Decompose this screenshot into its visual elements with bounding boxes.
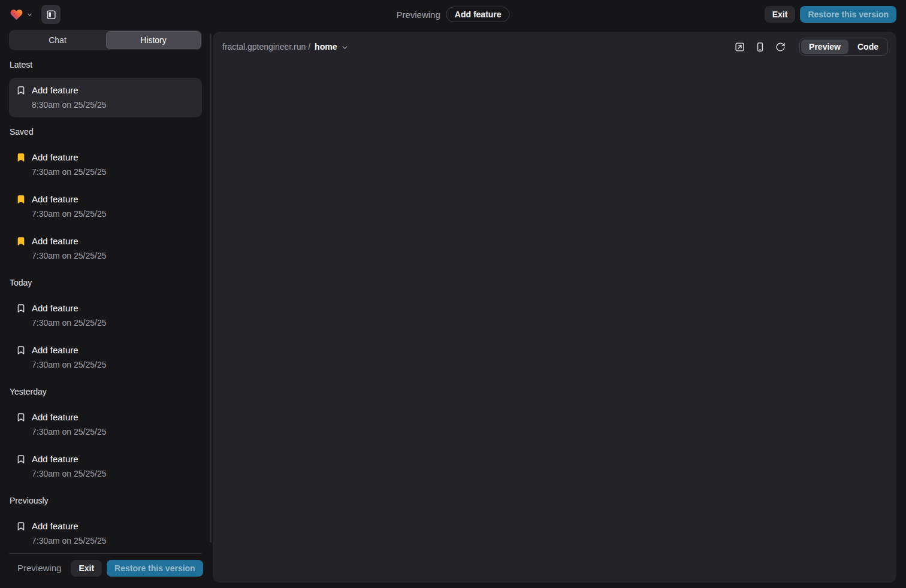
history-item-title: Add feature xyxy=(32,151,78,163)
history-section: Previously Add feature 7:30am on 25/25/2… xyxy=(9,496,202,553)
section-label: Saved xyxy=(10,127,201,137)
history-section: Today Add feature 7:30am on 25/25/25 Add… xyxy=(9,278,202,377)
mobile-preview-button[interactable] xyxy=(751,38,768,55)
history-item-time: 7:30am on 25/25/25 xyxy=(32,426,195,438)
preview-actions: Preview Code xyxy=(731,38,888,56)
section-items: Add feature 7:30am on 25/25/25 Add featu… xyxy=(9,296,202,377)
preview-panel-header: fractal.gptengineer.run / home xyxy=(213,32,896,58)
section-label: Today xyxy=(10,278,201,287)
restore-version-button[interactable]: Restore this version xyxy=(800,6,896,23)
bookmark-icon xyxy=(16,195,26,204)
view-tab-code[interactable]: Code xyxy=(850,40,886,54)
history-item-time: 7:30am on 25/25/25 xyxy=(32,359,195,371)
bookmark-icon xyxy=(16,153,26,162)
history-item-title: Add feature xyxy=(32,302,78,314)
section-label: Yesterday xyxy=(10,387,201,396)
section-label: Latest xyxy=(10,60,201,69)
view-tab-preview[interactable]: Preview xyxy=(801,40,848,54)
preview-panel: fractal.gptengineer.run / home xyxy=(213,32,896,583)
version-badge: Add feature xyxy=(446,7,510,22)
history-list[interactable]: Latest Add feature 8:30am on 25/25/25 Sa… xyxy=(9,50,202,553)
history-item-time: 7:30am on 25/25/25 xyxy=(32,208,195,220)
open-in-new-icon xyxy=(735,42,745,52)
sidebar-scrollbar[interactable] xyxy=(210,34,212,542)
history-section: Latest Add feature 8:30am on 25/25/25 xyxy=(9,60,202,117)
history-item-title: Add feature xyxy=(32,193,78,205)
section-items: Add feature 8:30am on 25/25/25 xyxy=(9,78,202,117)
mobile-preview-icon xyxy=(755,42,765,52)
url-prefix: fractal.gptengineer.run / xyxy=(222,42,310,51)
url-page: home xyxy=(315,42,337,51)
bookmark-icon xyxy=(16,413,26,422)
logo-group[interactable] xyxy=(10,8,33,21)
section-items: Add feature 7:30am on 25/25/25 Add featu… xyxy=(9,405,202,486)
preview-status-group: Previewing Add feature xyxy=(396,7,509,22)
previewing-status: Previewing xyxy=(17,563,61,573)
bookmark-icon xyxy=(16,237,26,246)
history-item-title: Add feature xyxy=(32,453,78,465)
section-label: Previously xyxy=(10,496,201,505)
history-item-time: 7:30am on 25/25/25 xyxy=(32,250,195,262)
sidebar-tabs: Chat History xyxy=(9,30,202,50)
history-item-time: 7:30am on 25/25/25 xyxy=(32,166,195,178)
history-sidebar: Chat History Latest Add feature 8:30am o… xyxy=(9,30,202,583)
history-item[interactable]: Add feature 7:30am on 25/25/25 xyxy=(9,405,202,444)
bookmark-icon xyxy=(16,454,26,464)
bookmark-icon xyxy=(16,522,26,531)
url-chevron-down-icon xyxy=(341,44,349,51)
section-items: Add feature 7:30am on 25/25/25 Add featu… xyxy=(9,145,202,268)
refresh-button[interactable] xyxy=(772,38,789,55)
top-header: Previewing Add feature Exit Restore this… xyxy=(0,0,906,29)
tab-history[interactable]: History xyxy=(106,31,201,49)
history-item[interactable]: Add feature 8:30am on 25/25/25 xyxy=(9,78,202,117)
view-toggle: Preview Code xyxy=(799,38,888,56)
bookmark-icon xyxy=(16,345,26,355)
sidebar-toggle-button[interactable] xyxy=(41,5,61,24)
section-items: Add feature 7:30am on 25/25/25 Add featu… xyxy=(9,514,202,553)
previewing-label: Previewing xyxy=(396,10,440,20)
sidebar-footer: Previewing Exit Restore this version xyxy=(9,553,202,583)
history-section: Yesterday Add feature 7:30am on 25/25/25… xyxy=(9,387,202,486)
history-item[interactable]: Add feature 7:30am on 25/25/25 xyxy=(9,514,202,553)
history-item-title: Add feature xyxy=(32,411,78,423)
history-item-time: 7:30am on 25/25/25 xyxy=(32,468,195,480)
history-section: Saved Add feature 7:30am on 25/25/25 Add… xyxy=(9,127,202,268)
history-item[interactable]: Add feature 7:30am on 25/25/25 xyxy=(9,187,202,226)
history-item-time: 7:30am on 25/25/25 xyxy=(32,317,195,329)
history-item-title: Add feature xyxy=(32,520,78,532)
footer-exit-button[interactable]: Exit xyxy=(71,560,102,577)
history-item[interactable]: Add feature 7:30am on 25/25/25 xyxy=(9,338,202,377)
history-item-time: 8:30am on 25/25/25 xyxy=(32,99,195,111)
history-item[interactable]: Add feature 7:30am on 25/25/25 xyxy=(9,145,202,184)
history-item[interactable]: Add feature 7:30am on 25/25/25 xyxy=(9,296,202,335)
project-url-button[interactable]: fractal.gptengineer.run / home xyxy=(222,42,349,51)
exit-button[interactable]: Exit xyxy=(765,6,796,23)
history-item-title: Add feature xyxy=(32,235,78,247)
refresh-icon xyxy=(775,42,786,52)
logo-chevron-down-icon xyxy=(26,11,33,18)
history-item-title: Add feature xyxy=(32,344,78,356)
tab-chat[interactable]: Chat xyxy=(10,31,105,49)
heart-gradient-icon[interactable] xyxy=(10,8,23,21)
history-item-title: Add feature xyxy=(32,84,78,96)
history-item[interactable]: Add feature 7:30am on 25/25/25 xyxy=(9,447,202,486)
bookmark-icon xyxy=(16,86,26,95)
open-in-new-button[interactable] xyxy=(731,38,748,55)
history-item[interactable]: Add feature 7:30am on 25/25/25 xyxy=(9,229,202,268)
footer-restore-button[interactable]: Restore this version xyxy=(107,560,203,577)
panel-left-icon xyxy=(46,10,56,20)
history-item-time: 7:30am on 25/25/25 xyxy=(32,535,195,547)
bookmark-icon xyxy=(16,304,26,313)
